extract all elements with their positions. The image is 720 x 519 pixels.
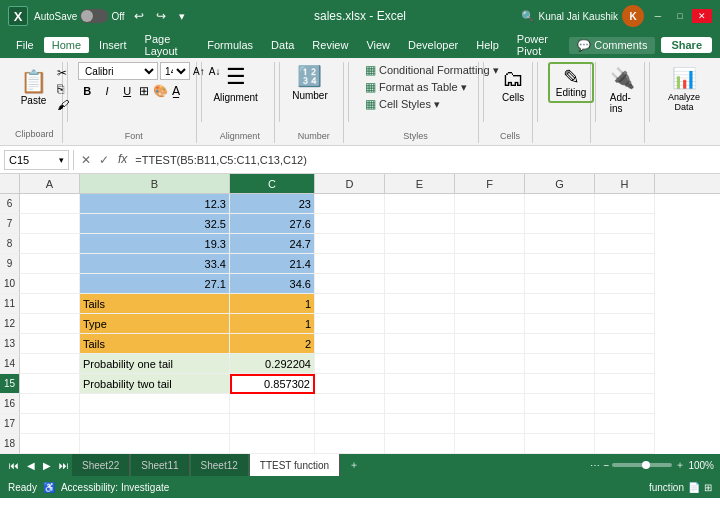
cell-d17[interactable] — [315, 414, 385, 434]
cell-c14[interactable]: 0.292204 — [230, 354, 315, 374]
cell-a14[interactable] — [20, 354, 80, 374]
cell-d18[interactable] — [315, 434, 385, 454]
underline-button[interactable]: U — [118, 82, 136, 100]
number-icon[interactable]: 🔢 — [297, 64, 322, 88]
cell-e15[interactable] — [385, 374, 455, 394]
sheet-nav-last[interactable]: ⏭ — [56, 459, 72, 472]
cell-h16[interactable] — [595, 394, 655, 414]
user-avatar[interactable]: K — [622, 5, 644, 27]
row-num-14[interactable]: 14 — [0, 354, 20, 374]
menu-review[interactable]: Review — [304, 37, 356, 53]
share-button[interactable]: Share — [661, 37, 712, 53]
cell-c18[interactable] — [230, 434, 315, 454]
menu-home[interactable]: Home — [44, 37, 89, 53]
cell-g17[interactable] — [525, 414, 595, 434]
cell-d7[interactable] — [315, 214, 385, 234]
fill-color-icon[interactable]: 🎨 — [152, 83, 169, 99]
cell-h11[interactable] — [595, 294, 655, 314]
cell-g9[interactable] — [525, 254, 595, 274]
font-name-select[interactable]: Calibri — [78, 62, 158, 80]
cell-h10[interactable] — [595, 274, 655, 294]
alignment-icon[interactable]: ☰ — [226, 64, 246, 90]
cell-c17[interactable] — [230, 414, 315, 434]
cell-g13[interactable] — [525, 334, 595, 354]
cell-b15[interactable]: Probability two tail — [80, 374, 230, 394]
cell-f6[interactable] — [455, 194, 525, 214]
col-header-h[interactable]: H — [595, 174, 655, 193]
more-sheets-icon[interactable]: ⋯ — [590, 460, 600, 471]
cell-h18[interactable] — [595, 434, 655, 454]
cell-b9[interactable]: 33.4 — [80, 254, 230, 274]
cell-f9[interactable] — [455, 254, 525, 274]
cell-a8[interactable] — [20, 234, 80, 254]
bold-button[interactable]: B — [78, 82, 96, 100]
cell-a6[interactable] — [20, 194, 80, 214]
cell-a10[interactable] — [20, 274, 80, 294]
cell-e8[interactable] — [385, 234, 455, 254]
cut-icon[interactable]: ✂ — [57, 66, 69, 80]
sheet-tab-ttest[interactable]: TTEST function — [250, 454, 340, 476]
cell-d12[interactable] — [315, 314, 385, 334]
cell-h14[interactable] — [595, 354, 655, 374]
col-header-g[interactable]: G — [525, 174, 595, 193]
cell-b13[interactable]: Tails — [80, 334, 230, 354]
menu-file[interactable]: File — [8, 37, 42, 53]
cell-g16[interactable] — [525, 394, 595, 414]
cell-f10[interactable] — [455, 274, 525, 294]
cell-e14[interactable] — [385, 354, 455, 374]
menu-formulas[interactable]: Formulas — [199, 37, 261, 53]
cell-f13[interactable] — [455, 334, 525, 354]
row-num-9[interactable]: 9 — [0, 254, 20, 274]
paste-button[interactable]: 📋 Paste — [12, 67, 55, 108]
copy-icon[interactable]: ⎘ — [57, 82, 69, 96]
cell-g6[interactable] — [525, 194, 595, 214]
cell-d13[interactable] — [315, 334, 385, 354]
page-layout-icon[interactable]: 📄 — [688, 482, 700, 493]
cell-d15[interactable] — [315, 374, 385, 394]
cell-g10[interactable] — [525, 274, 595, 294]
cell-b7[interactable]: 32.5 — [80, 214, 230, 234]
sheet-nav-first[interactable]: ⏮ — [6, 459, 22, 472]
cell-h15[interactable] — [595, 374, 655, 394]
cells-button[interactable]: 🗂 Cells — [494, 62, 532, 107]
cell-g14[interactable] — [525, 354, 595, 374]
row-num-18[interactable]: 18 — [0, 434, 20, 454]
cell-f12[interactable] — [455, 314, 525, 334]
menu-developer[interactable]: Developer — [400, 37, 466, 53]
menu-help[interactable]: Help — [468, 37, 507, 53]
cell-e9[interactable] — [385, 254, 455, 274]
cell-e10[interactable] — [385, 274, 455, 294]
zoom-out-icon[interactable]: − — [604, 460, 610, 471]
cell-d9[interactable] — [315, 254, 385, 274]
autosave-switch[interactable] — [80, 9, 108, 23]
cell-c11[interactable]: 1 — [230, 294, 315, 314]
row-num-12[interactable]: 12 — [0, 314, 20, 334]
cell-f8[interactable] — [455, 234, 525, 254]
sheet-nav-prev[interactable]: ◀ — [24, 459, 38, 472]
grid-view-icon[interactable]: ⊞ — [704, 482, 712, 493]
menu-page-layout[interactable]: Page Layout — [137, 31, 198, 59]
row-num-17[interactable]: 17 — [0, 414, 20, 434]
row-num-7[interactable]: 7 — [0, 214, 20, 234]
cell-f17[interactable] — [455, 414, 525, 434]
cell-ref-dropdown[interactable]: ▾ — [59, 155, 64, 165]
cell-g12[interactable] — [525, 314, 595, 334]
cell-h6[interactable] — [595, 194, 655, 214]
cell-e17[interactable] — [385, 414, 455, 434]
cell-f11[interactable] — [455, 294, 525, 314]
cell-a15[interactable] — [20, 374, 80, 394]
row-num-8[interactable]: 8 — [0, 234, 20, 254]
autosave-toggle[interactable]: AutoSave Off — [34, 9, 125, 23]
cell-b12[interactable]: Type — [80, 314, 230, 334]
row-num-13[interactable]: 13 — [0, 334, 20, 354]
cell-d8[interactable] — [315, 234, 385, 254]
cell-c6[interactable]: 23 — [230, 194, 315, 214]
col-header-f[interactable]: F — [455, 174, 525, 193]
cell-e11[interactable] — [385, 294, 455, 314]
cell-g15[interactable] — [525, 374, 595, 394]
row-num-15[interactable]: 15 — [0, 374, 20, 394]
cell-a13[interactable] — [20, 334, 80, 354]
cell-g8[interactable] — [525, 234, 595, 254]
addins-button[interactable]: 🔌 Add-ins — [606, 62, 639, 118]
sheet-tab-sheet12[interactable]: Sheet12 — [191, 454, 249, 476]
